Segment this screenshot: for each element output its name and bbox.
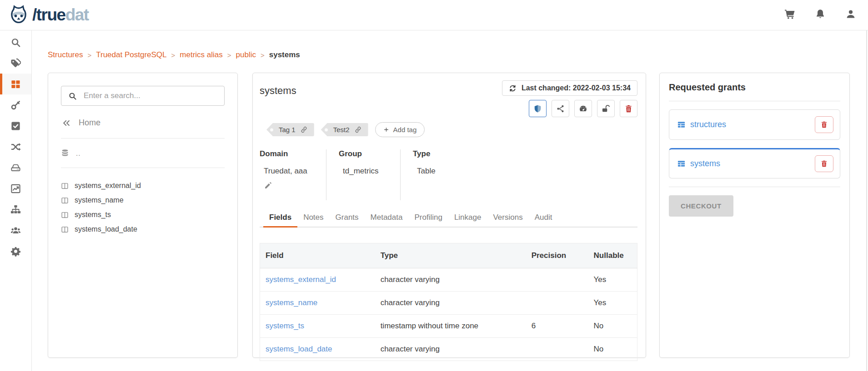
tab-profiling[interactable]: Profiling bbox=[408, 208, 448, 227]
sidebar-item-shuffle[interactable] bbox=[0, 136, 31, 157]
sidebar-item-key[interactable] bbox=[0, 94, 31, 115]
sidebar-item-drive[interactable] bbox=[0, 157, 31, 178]
meta-group: Grouptd_metrics bbox=[326, 149, 400, 200]
gauge-button[interactable] bbox=[574, 100, 592, 117]
field-link[interactable]: systems_load_date bbox=[260, 338, 375, 361]
field-link[interactable]: systems_ts bbox=[260, 315, 375, 338]
delete-button[interactable] bbox=[620, 100, 637, 117]
add-tag-label: Add tag bbox=[393, 126, 417, 134]
structure-detail-panel: systems Last changed: 2022-02-03 15:34 T… bbox=[252, 73, 646, 358]
shield-icon bbox=[533, 104, 542, 113]
tree-home-label: Home bbox=[79, 118, 100, 128]
field-link[interactable]: systems_external_id bbox=[260, 268, 375, 292]
sidebar-item-tasks[interactable] bbox=[0, 115, 31, 136]
meta-label: Type bbox=[413, 149, 436, 158]
tab-metadata[interactable]: Metadata bbox=[365, 208, 409, 227]
truedat-logo[interactable]: /truedat bbox=[8, 5, 89, 25]
table-header-row: FieldTypePrecisionNullable bbox=[260, 243, 637, 268]
grant-delete-button[interactable] bbox=[815, 116, 833, 133]
pencil-icon bbox=[264, 182, 272, 189]
sidebar-item-users[interactable] bbox=[0, 220, 31, 241]
tag-chip[interactable]: Test2 bbox=[321, 123, 368, 136]
table-body: systems_external_idcharacter varyingYess… bbox=[260, 268, 637, 361]
columns-icon bbox=[61, 226, 69, 233]
field-link[interactable]: systems_name bbox=[260, 292, 375, 315]
table-cell: No bbox=[588, 338, 637, 361]
last-changed-badge[interactable]: Last changed: 2022-02-03 15:34 bbox=[502, 80, 637, 96]
breadcrumb-current: systems bbox=[269, 50, 300, 59]
breadcrumb-link[interactable]: public bbox=[236, 50, 256, 59]
meta-value: td_metrics bbox=[339, 167, 386, 176]
sidebar-item-search[interactable] bbox=[0, 32, 31, 53]
table-cell: character varying bbox=[375, 268, 526, 292]
trash-icon bbox=[820, 160, 828, 168]
tab-audit[interactable]: Audit bbox=[529, 208, 558, 227]
meta-value: Truedat, aaa bbox=[260, 167, 312, 176]
topbar-cart-button[interactable] bbox=[784, 9, 795, 21]
cart-icon bbox=[784, 9, 795, 20]
table-cell: 6 bbox=[526, 315, 588, 338]
table-row: systems_load_datecharacter varyingNo bbox=[260, 338, 637, 361]
sidebar-item-chart[interactable] bbox=[0, 178, 31, 199]
tree-search-input[interactable] bbox=[83, 91, 217, 101]
brand-wordmark: /truedat bbox=[32, 5, 89, 25]
tree-field-item[interactable]: systems_name bbox=[61, 193, 225, 208]
tags-icon bbox=[10, 58, 21, 69]
bell-icon bbox=[815, 9, 826, 20]
sidebar-item-settings[interactable] bbox=[0, 241, 31, 262]
sidebar-item-sitemap[interactable] bbox=[0, 199, 31, 220]
breadcrumb: Structures>Truedat PostgreSQL>metrics al… bbox=[48, 50, 300, 59]
grant-card: structures bbox=[669, 109, 840, 140]
grant-delete-button[interactable] bbox=[815, 155, 833, 172]
table-cell: character varying bbox=[375, 338, 526, 361]
table-row: systems_namecharacter varyingYes bbox=[260, 292, 637, 315]
structure-tree-panel: Home .. systems_external_idsystems_names… bbox=[48, 73, 238, 358]
divider bbox=[669, 187, 840, 187]
protect-button[interactable] bbox=[529, 100, 547, 117]
grant-structure-link[interactable]: systems bbox=[677, 159, 720, 168]
grant-label: systems bbox=[690, 159, 720, 168]
tab-linkage[interactable]: Linkage bbox=[448, 208, 487, 227]
add-tag-button[interactable]: Add tag bbox=[375, 122, 425, 137]
tag-label: Tag 1 bbox=[279, 126, 296, 134]
tab-fields[interactable]: Fields bbox=[263, 208, 297, 227]
tree-parent-link[interactable]: .. bbox=[61, 149, 225, 157]
gauge-icon bbox=[579, 104, 587, 113]
tab-versions[interactable]: Versions bbox=[487, 208, 528, 227]
tree-parent-label: .. bbox=[76, 149, 80, 157]
table-cell: No bbox=[588, 315, 637, 338]
breadcrumb-link[interactable]: metrics alias bbox=[180, 50, 222, 59]
refresh-icon bbox=[509, 84, 517, 92]
link-icon bbox=[301, 126, 307, 133]
tab-grants[interactable]: Grants bbox=[330, 208, 365, 227]
tree-field-item[interactable]: systems_load_date bbox=[61, 222, 225, 237]
scrollbar-track[interactable] bbox=[866, 30, 867, 371]
tag-chip[interactable]: Tag 1 bbox=[266, 123, 314, 136]
topbar-notifications-button[interactable] bbox=[815, 9, 826, 21]
tree-field-label: systems_ts bbox=[75, 211, 111, 219]
link-icon bbox=[355, 126, 361, 133]
table-cell: Yes bbox=[588, 292, 637, 315]
grid-icon bbox=[10, 79, 21, 89]
table-row: systems_tstimestamp without time zone6No bbox=[260, 315, 637, 338]
drive-icon bbox=[10, 163, 21, 173]
tree-field-item[interactable]: systems_external_id bbox=[61, 178, 225, 193]
meta-label: Group bbox=[339, 149, 386, 158]
sidebar-item-tags[interactable] bbox=[0, 53, 31, 74]
columns-icon bbox=[61, 182, 69, 190]
divider bbox=[61, 168, 225, 168]
grant-list: structuressystems bbox=[669, 109, 840, 178]
checkout-button[interactable]: CHECKOUT bbox=[669, 195, 733, 217]
breadcrumb-link[interactable]: Truedat PostgreSQL bbox=[96, 50, 166, 59]
sidebar-item-structures[interactable] bbox=[0, 74, 31, 94]
unlock-icon bbox=[602, 104, 610, 113]
unlock-button[interactable] bbox=[597, 100, 615, 117]
tree-field-item[interactable]: systems_ts bbox=[61, 208, 225, 222]
topbar-user-button[interactable] bbox=[845, 9, 856, 21]
tree-home-link[interactable]: Home bbox=[62, 118, 224, 128]
tab-notes[interactable]: Notes bbox=[297, 208, 329, 227]
share-button[interactable] bbox=[552, 100, 569, 117]
breadcrumb-link[interactable]: Structures bbox=[48, 50, 83, 59]
edit-domain-button[interactable] bbox=[264, 182, 272, 191]
grant-structure-link[interactable]: structures bbox=[677, 120, 726, 129]
